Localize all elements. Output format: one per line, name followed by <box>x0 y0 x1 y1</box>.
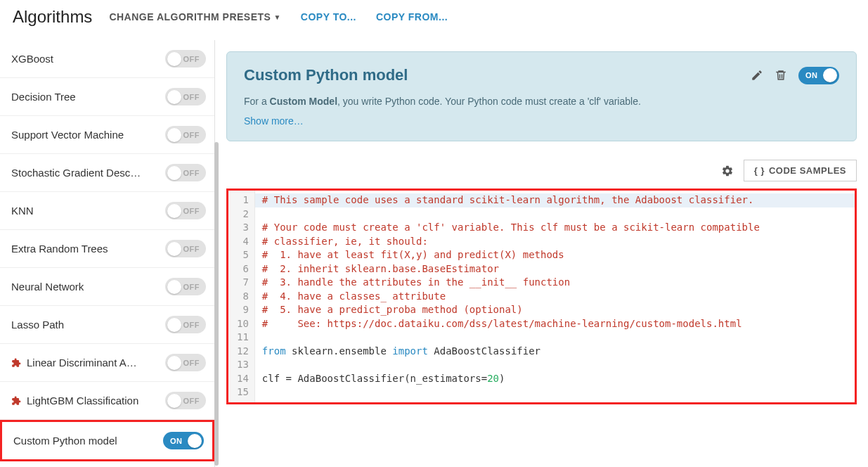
algorithm-toggle[interactable]: OFF <box>165 316 206 333</box>
add-custom-python-model-button[interactable]: + ADD CUSTOM PYTHON MODEL <box>0 461 214 467</box>
algorithm-item[interactable]: Neural NetworkOFF <box>0 268 214 306</box>
code-line[interactable]: # 4. have a classes_ attribute <box>262 290 848 304</box>
code-line[interactable]: # 3. handle the attributes in the __init… <box>262 276 848 290</box>
algorithm-item[interactable]: Stochastic Gradient Desc…OFF <box>0 154 214 192</box>
show-more-link[interactable]: Show more… <box>244 115 839 127</box>
toggle-knob <box>167 394 181 408</box>
algorithm-label: Lasso Path <box>11 319 64 331</box>
code-line[interactable] <box>262 358 848 372</box>
toggle-knob <box>188 434 202 448</box>
code-line[interactable]: # This sample code uses a standard sciki… <box>255 193 855 207</box>
toggle-knob <box>167 166 181 180</box>
toggle-knob <box>167 128 181 142</box>
algorithm-item[interactable]: Lasso PathOFF <box>0 306 214 344</box>
algorithm-toggle[interactable]: OFF <box>165 202 206 219</box>
braces-icon: { } <box>754 165 765 176</box>
code-editor[interactable]: 123456789101112131415 # This sample code… <box>226 188 857 404</box>
algorithm-toggle[interactable]: OFF <box>165 126 206 143</box>
caret-down-icon: ▼ <box>273 13 280 21</box>
code-line[interactable] <box>262 207 848 222</box>
toggle-knob <box>167 280 181 294</box>
toggle-knob <box>167 242 181 256</box>
algorithm-toggle[interactable]: OFF <box>165 50 206 68</box>
trash-icon[interactable] <box>775 69 787 82</box>
code-line[interactable]: # 5. have a predict_proba method (option… <box>262 303 848 317</box>
algorithm-item[interactable]: Decision TreeOFF <box>0 78 214 116</box>
toggle-knob <box>823 68 837 82</box>
algorithm-toggle[interactable]: ON <box>163 432 204 449</box>
copy-to-button[interactable]: COPY TO... <box>301 11 356 23</box>
algorithm-item[interactable]: KNNOFF <box>0 192 214 230</box>
algorithm-toggle[interactable]: OFF <box>165 392 206 409</box>
info-toggle[interactable]: ON <box>798 67 839 84</box>
content-area: Custom Python model ON For a Custom Mode… <box>215 40 868 467</box>
algorithm-item[interactable]: LightGBM ClassificationOFF <box>0 382 214 420</box>
algorithm-toggle[interactable]: OFF <box>165 278 206 295</box>
code-line[interactable]: # 1. have at least fit(X,y) and predict(… <box>262 248 848 262</box>
algorithm-label: Linear Discriminant A… <box>11 357 137 369</box>
line-gutter: 123456789101112131415 <box>228 191 255 402</box>
editor-toolbar: { } CODE SAMPLES <box>226 155 857 188</box>
pencil-icon[interactable] <box>751 69 763 82</box>
code-line[interactable]: clf = AdaBoostClassifier(n_estimators=20… <box>262 372 848 386</box>
algorithm-label: Decision Tree <box>11 91 76 103</box>
code-line[interactable]: from sklearn.ensemble import AdaBoostCla… <box>262 345 848 359</box>
toggle-knob <box>167 318 181 332</box>
change-presets-dropdown[interactable]: CHANGE ALGORITHM PRESETS ▼ <box>109 11 280 23</box>
toggle-knob <box>167 90 181 104</box>
header: Algorithms CHANGE ALGORITHM PRESETS ▼ CO… <box>0 0 868 40</box>
algorithm-toggle[interactable]: OFF <box>165 88 206 105</box>
toggle-knob <box>167 356 181 370</box>
code-line[interactable] <box>262 331 848 345</box>
info-box: Custom Python model ON For a Custom Mode… <box>226 51 857 141</box>
algorithm-sidebar: XGBoostOFFDecision TreeOFFSupport Vector… <box>0 40 215 467</box>
puzzle-icon <box>11 396 21 406</box>
algorithm-item[interactable]: Custom Python modelON <box>0 420 214 461</box>
code-line[interactable]: # classifier, ie, it should: <box>262 235 848 249</box>
algorithm-label: Neural Network <box>11 281 84 293</box>
toggle-knob <box>167 52 181 66</box>
sidebar-scrollbar[interactable] <box>214 142 219 466</box>
algorithm-toggle[interactable]: OFF <box>165 354 206 371</box>
algorithm-label: LightGBM Classification <box>11 395 138 407</box>
algorithm-label: KNN <box>11 205 34 217</box>
code-line[interactable] <box>262 385 848 399</box>
algorithm-toggle[interactable]: OFF <box>165 240 206 257</box>
code-samples-button[interactable]: { } CODE SAMPLES <box>744 160 857 181</box>
algorithm-item[interactable]: Support Vector MachineOFF <box>0 116 214 154</box>
toggle-knob <box>167 204 181 218</box>
info-description: For a Custom Model, you write Python cod… <box>244 96 839 107</box>
algorithm-item[interactable]: XGBoostOFF <box>0 40 214 78</box>
algorithm-label: XGBoost <box>11 53 53 65</box>
code-body[interactable]: # This sample code uses a standard sciki… <box>255 191 855 402</box>
algorithm-toggle[interactable]: OFF <box>165 164 206 181</box>
puzzle-icon <box>11 358 21 368</box>
algorithm-label: Extra Random Trees <box>11 243 108 255</box>
page-title: Algorithms <box>13 7 92 27</box>
info-title: Custom Python model <box>244 66 408 84</box>
algorithm-item[interactable]: Linear Discriminant A…OFF <box>0 344 214 382</box>
algorithm-label: Support Vector Machine <box>11 129 124 141</box>
code-line[interactable]: # See: https://doc.dataiku.com/dss/lates… <box>262 317 848 331</box>
algorithm-label: Custom Python model <box>13 435 117 447</box>
code-line[interactable]: # Your code must create a 'clf' variable… <box>262 221 848 235</box>
copy-from-button[interactable]: COPY FROM... <box>376 11 448 23</box>
algorithm-label: Stochastic Gradient Desc… <box>11 167 141 179</box>
algorithm-item[interactable]: Extra Random TreesOFF <box>0 230 214 268</box>
code-line[interactable]: # 2. inherit sklearn.base.BaseEstimator <box>262 262 848 276</box>
gear-icon[interactable] <box>721 165 734 177</box>
